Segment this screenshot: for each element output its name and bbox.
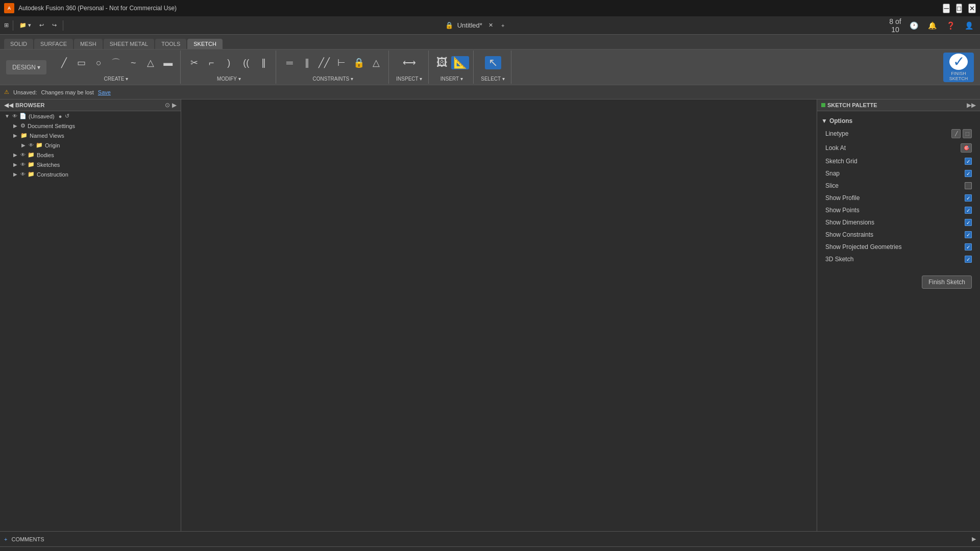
expand-named-views[interactable]: ▶	[12, 133, 18, 139]
help-button[interactable]: ❓	[943, 18, 958, 33]
options-header[interactable]: ▼ Options	[821, 115, 976, 127]
clock-button[interactable]: 🕐	[906, 18, 921, 33]
offset-button[interactable]: ((	[238, 57, 254, 68]
user-button[interactable]: 👤	[962, 18, 976, 33]
visibility-origin[interactable]: 👁	[29, 142, 34, 148]
finish-sketch-ribbon-button[interactable]: ✓ FINISH SKETCH	[943, 53, 974, 82]
lookat-row: Look At 🎯	[821, 141, 976, 155]
visibility-unsaved[interactable]: 👁	[12, 113, 17, 119]
visibility-bodies[interactable]: 👁	[20, 152, 26, 158]
slice-checkbox[interactable]	[965, 182, 972, 189]
line-button[interactable]: ╱	[56, 57, 72, 68]
constraints-dropdown[interactable]: CONSTRAINTS ▾	[311, 75, 355, 83]
close-button[interactable]: ✕	[968, 4, 976, 13]
expand-unsaved[interactable]: ▼	[4, 113, 10, 119]
close-tab-button[interactable]: ✕	[486, 21, 495, 30]
notification-button[interactable]: 🔔	[925, 18, 939, 33]
horizontal-constraint-button[interactable]: ═	[281, 57, 298, 68]
slice-row: Slice	[821, 180, 976, 192]
finish-sketch-palette-button[interactable]: Finish Sketch	[922, 276, 972, 289]
tab-tools[interactable]: TOOLS	[155, 39, 186, 49]
show-dimensions-checkbox[interactable]: ✓	[965, 219, 972, 226]
show-constraints-checkbox[interactable]: ✓	[965, 231, 972, 238]
expand-sketches[interactable]: ▶	[12, 162, 18, 168]
filter-icon[interactable]: ⊙	[165, 102, 170, 109]
add-comment-button[interactable]: +	[4, 536, 7, 542]
refresh-icon[interactable]: ↺	[65, 113, 69, 119]
expand-comments[interactable]: ▶	[972, 536, 976, 542]
insert-dxf-button[interactable]: 📐	[451, 56, 469, 69]
tab-sheetmetal[interactable]: SHEET METAL	[104, 39, 154, 49]
dimension-button[interactable]: ⟷	[401, 57, 418, 68]
linetype-dashed-button[interactable]: ⬚	[963, 129, 972, 138]
warning-icon: ⚠	[4, 89, 9, 95]
maximize-button[interactable]: □	[956, 4, 962, 13]
add-tab-button[interactable]: +	[499, 21, 506, 30]
vertical-constraint-button[interactable]: ‖	[299, 57, 315, 68]
tree-item-document-settings[interactable]: ▶ ⚙ Document Settings	[0, 121, 181, 131]
lookat-button[interactable]: 🎯	[961, 143, 972, 153]
snap-checkbox[interactable]: ✓	[965, 170, 972, 177]
tab-solid[interactable]: SOLID	[4, 39, 33, 49]
select-dropdown[interactable]: SELECT ▾	[479, 75, 507, 83]
select-button[interactable]: ↖	[485, 56, 501, 69]
insert-image-button[interactable]: 🖼	[434, 56, 450, 69]
minimize-button[interactable]: ─	[943, 4, 949, 13]
modify-dropdown[interactable]: MODIFY ▾	[215, 75, 242, 83]
expand-construction[interactable]: ▶	[12, 171, 18, 178]
doc-settings-label: Document Settings	[28, 123, 75, 129]
break-button[interactable]: )	[220, 57, 237, 68]
inspect-dropdown[interactable]: INSPECT ▾	[394, 75, 424, 83]
expand-origin[interactable]: ▶	[20, 142, 27, 148]
tree-item-origin[interactable]: ▶ 👁 📁 Origin	[0, 140, 181, 150]
tab-surface[interactable]: SURFACE	[34, 39, 73, 49]
tree-item-bodies[interactable]: ▶ 👁 📁 Bodies	[0, 150, 181, 160]
visibility-construction[interactable]: 👁	[20, 171, 26, 177]
3d-sketch-checkbox[interactable]: ✓	[965, 256, 972, 263]
redo-button[interactable]: ↪	[50, 21, 59, 30]
tree-item-sketches[interactable]: ▶ 👁 📁 Sketches	[0, 160, 181, 169]
show-points-checkbox[interactable]: ✓	[965, 207, 972, 214]
parallel-constraint-button[interactable]: ╱╱	[316, 57, 332, 68]
palette-collapse-right[interactable]: ▶▶	[967, 102, 976, 109]
title-area: 🔒 Untitled* ✕ +	[67, 21, 884, 30]
slot-button[interactable]: ▬	[160, 57, 176, 68]
horizontal-icon: ═	[286, 58, 293, 67]
arc-button[interactable]: ⌒	[108, 57, 124, 68]
collapse-icon[interactable]: ◀◀	[4, 102, 13, 109]
visibility-sketches[interactable]: 👁	[20, 162, 26, 167]
extend-button[interactable]: ⌐	[203, 57, 219, 68]
circle-button[interactable]: ○	[90, 57, 107, 68]
mirror-button[interactable]: ‖	[255, 57, 272, 68]
insert-dropdown[interactable]: INSERT ▾	[438, 75, 465, 83]
create-dropdown[interactable]: CREATE ▾	[102, 75, 131, 83]
sketch-grid-checkbox[interactable]: ✓	[965, 158, 972, 165]
rectangle-button[interactable]: ▭	[73, 57, 89, 68]
tab-sketch[interactable]: SKETCH	[187, 39, 223, 49]
equal-constraint-button[interactable]: △	[368, 57, 384, 68]
show-projected-checkbox[interactable]: ✓	[965, 243, 972, 251]
expand-bodies[interactable]: ▶	[12, 152, 18, 158]
unsaved-status-icon: ●	[59, 113, 62, 119]
insert-image-icon: 🖼	[436, 57, 448, 68]
show-profile-checkbox[interactable]: ✓	[965, 194, 972, 202]
counter-button[interactable]: 8 of 10	[888, 18, 902, 33]
named-views-label: Named Views	[30, 133, 64, 139]
design-dropdown-button[interactable]: DESIGN ▾	[6, 60, 46, 74]
expand-icon[interactable]: ▶	[172, 102, 177, 109]
file-menu-button[interactable]: 📁 ▾	[17, 21, 33, 30]
tree-item-unsaved[interactable]: ▼ 👁 📄 (Unsaved) ● ↺	[0, 111, 181, 121]
expand-doc-settings[interactable]: ▶	[12, 123, 18, 129]
save-link[interactable]: Save	[98, 89, 111, 95]
right-tools: 8 of 10 🕐 🔔 ❓ 👤	[888, 18, 976, 33]
tab-mesh[interactable]: MESH	[74, 39, 103, 49]
perpendicular-constraint-button[interactable]: ⊢	[333, 57, 350, 68]
linetype-solid-button[interactable]: ╱	[951, 129, 961, 138]
spline-button[interactable]: ~	[125, 57, 141, 68]
trim-button[interactable]: ✂	[186, 57, 202, 68]
polygon-button[interactable]: △	[142, 57, 159, 68]
undo-button[interactable]: ↩	[37, 21, 46, 30]
tree-item-named-views[interactable]: ▶ 📁 Named Views	[0, 131, 181, 140]
tree-item-construction[interactable]: ▶ 👁 📁 Construction	[0, 169, 181, 179]
lock-constraint-button[interactable]: 🔒	[351, 57, 367, 68]
